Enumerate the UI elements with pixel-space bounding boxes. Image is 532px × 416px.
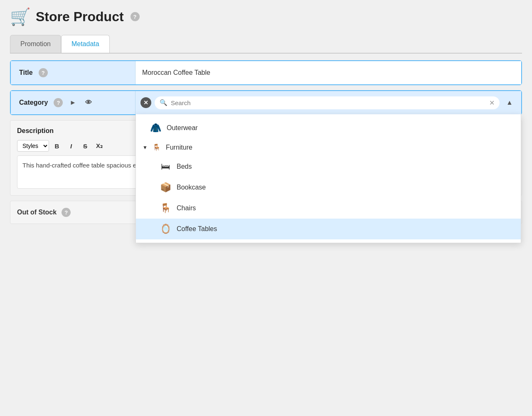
store-cart-icon: 🛒 (10, 8, 31, 25)
title-label-cell: Title ? (11, 61, 135, 84)
italic-button[interactable]: I (65, 140, 77, 152)
subscript-button[interactable]: X₂ (93, 140, 106, 152)
title-row: Title ? (10, 60, 522, 85)
title-input[interactable] (142, 69, 515, 76)
tab-promotion[interactable]: Promotion (10, 35, 61, 53)
category-label: Category (19, 99, 48, 106)
category-row: Category ? ► 👁 ✕ 🔍 ✕ ▲ 🧥 (10, 90, 522, 115)
dropdown-item-furniture[interactable]: ▼ 🪑 Furniture (136, 138, 521, 156)
category-search-input[interactable] (171, 99, 486, 106)
bold-button[interactable]: B (51, 140, 63, 152)
page-container: 🛒 Store Product ? Promotion Metadata Tit… (0, 0, 532, 416)
category-help-icon[interactable]: ? (54, 98, 63, 107)
tabs-underline (10, 53, 522, 54)
category-arrow-icon[interactable]: ► (67, 97, 79, 108)
strikethrough-button[interactable]: S (79, 140, 91, 152)
page-title: Store Product (36, 9, 124, 25)
category-label-cell: Category ? ► 👁 (11, 91, 135, 114)
bookcase-label: Bookcase (177, 184, 206, 191)
dropdown-item-coffee-tables[interactable]: 🪞 Coffee Tables (136, 219, 521, 239)
category-dropdown: 🧥 Outerwear ▼ 🪑 Furniture 🛏 Beds (135, 114, 521, 243)
title-help-icon[interactable]: ? (39, 68, 48, 77)
dropdown-item-bookcase[interactable]: 📦 Bookcase (136, 177, 521, 198)
outerwear-icon: 🧥 (149, 123, 162, 133)
category-controls: ✕ 🔍 ✕ ▲ (135, 91, 521, 114)
page-header: 🛒 Store Product ? (10, 8, 522, 25)
out-of-stock-label: Out of Stock (17, 209, 57, 216)
outerwear-label: Outerwear (167, 124, 198, 132)
coffee-tables-label: Coffee Tables (177, 225, 217, 233)
out-of-stock-help-icon[interactable]: ? (62, 208, 71, 217)
dropdown-item-beds[interactable]: 🛏 Beds (136, 156, 521, 177)
beds-icon: 🛏 (159, 161, 172, 172)
dropdown-item-outerwear[interactable]: 🧥 Outerwear (136, 118, 521, 138)
coffee-tables-icon: 🪞 (159, 224, 172, 234)
chairs-icon: 🪑 (159, 203, 172, 214)
dropdown-items-list: 🧥 Outerwear ▼ 🪑 Furniture 🛏 Beds (136, 114, 521, 243)
styles-select[interactable]: Styles (17, 140, 49, 152)
title-value-cell (135, 61, 521, 84)
furniture-triangle-icon: ▼ (143, 145, 148, 150)
beds-label: Beds (177, 163, 192, 170)
form-area: Title ? Category ? ► 👁 ✕ 🔍 ✕ (10, 60, 522, 115)
tabs-container: Promotion Metadata (10, 35, 522, 53)
search-icon: 🔍 (160, 99, 167, 106)
bookcase-icon: 📦 (159, 182, 172, 193)
dropdown-item-chairs[interactable]: 🪑 Chairs (136, 198, 521, 219)
search-clear-icon[interactable]: ✕ (489, 99, 495, 107)
furniture-icon: 🪑 (153, 143, 161, 151)
header-help-icon[interactable]: ? (131, 12, 140, 21)
chairs-label: Chairs (177, 204, 196, 212)
category-collapse-button[interactable]: ▲ (503, 96, 516, 109)
category-clear-button[interactable]: ✕ (140, 97, 151, 108)
title-label: Title (19, 69, 33, 76)
category-search-wrap: 🔍 ✕ (155, 96, 500, 109)
tab-metadata[interactable]: Metadata (61, 35, 110, 53)
furniture-label: Furniture (166, 144, 192, 151)
category-eye-icon[interactable]: 👁 (83, 97, 94, 108)
